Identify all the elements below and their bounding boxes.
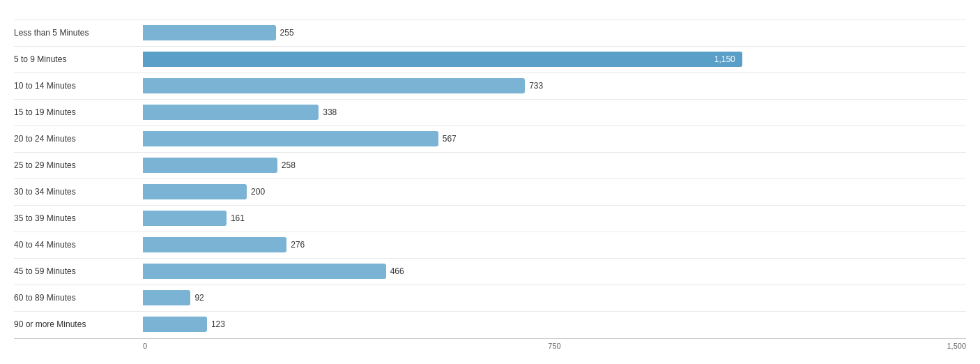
- bar-area: 123: [143, 312, 966, 337]
- bar-row: 20 to 24 Minutes567: [14, 126, 966, 151]
- bar-row: 40 to 44 Minutes276: [14, 232, 966, 257]
- bar-row: 25 to 29 Minutes258: [14, 152, 966, 178]
- bar-value: 733: [529, 81, 543, 91]
- bar-value: 255: [280, 28, 294, 38]
- bar-area: 276: [143, 232, 966, 257]
- bar-row: 30 to 34 Minutes200: [14, 179, 966, 204]
- chart-container: Less than 5 Minutes2555 to 9 Minutes1,15…: [0, 0, 980, 364]
- bar-value: 200: [251, 187, 265, 197]
- bar-fill: 1,150: [143, 52, 742, 67]
- bar-area: 161: [143, 206, 966, 231]
- bar-label: 40 to 44 Minutes: [14, 236, 143, 254]
- bar-fill: [143, 78, 525, 93]
- bar-fill: [143, 317, 207, 332]
- chart-body: Less than 5 Minutes2555 to 9 Minutes1,15…: [14, 20, 966, 337]
- bar-row: 35 to 39 Minutes161: [14, 205, 966, 231]
- bar-label: 15 to 19 Minutes: [14, 103, 143, 121]
- bar-row: 45 to 59 Minutes466: [14, 258, 966, 284]
- bar-label: 5 to 9 Minutes: [14, 50, 143, 68]
- bar-value: 123: [211, 319, 225, 329]
- bar-area: 255: [143, 20, 966, 45]
- bar-row: 10 to 14 Minutes733: [14, 73, 966, 98]
- bar-fill: [143, 290, 190, 305]
- bar-label: 10 to 14 Minutes: [14, 77, 143, 95]
- bar-row: Less than 5 Minutes255: [14, 20, 966, 45]
- bar-value: 276: [291, 240, 305, 250]
- bar-area: 733: [143, 73, 966, 98]
- bar-fill: [143, 264, 386, 279]
- bar-area: 466: [143, 259, 966, 284]
- bar-fill: [143, 184, 247, 199]
- bar-area: 258: [143, 153, 966, 178]
- axis-labels: 07501,500: [143, 342, 966, 350]
- bar-area: 338: [143, 100, 966, 125]
- bar-fill: [143, 131, 438, 146]
- bar-value: 258: [282, 160, 296, 170]
- bar-label: 20 to 24 Minutes: [14, 130, 143, 148]
- bar-label: 30 to 34 Minutes: [14, 183, 143, 201]
- bar-value: 567: [443, 134, 457, 144]
- bar-fill: [143, 25, 276, 40]
- bar-area: 567: [143, 126, 966, 151]
- axis-line: [14, 338, 966, 339]
- bar-fill: [143, 105, 319, 120]
- bar-label: 60 to 89 Minutes: [14, 289, 143, 307]
- axis-label: 1,500: [691, 342, 966, 350]
- bar-value: 338: [323, 107, 337, 117]
- axis-label: 750: [418, 342, 692, 350]
- bar-fill: [143, 211, 227, 226]
- bar-value: 1,150: [714, 54, 735, 64]
- axis-label: 0: [143, 342, 418, 350]
- bar-row: 90 or more Minutes123: [14, 311, 966, 337]
- bar-label: 90 or more Minutes: [14, 315, 143, 333]
- bar-fill: [143, 158, 277, 173]
- bar-value: 161: [231, 213, 245, 223]
- bar-label: 35 to 39 Minutes: [14, 209, 143, 227]
- bar-label: 25 to 29 Minutes: [14, 156, 143, 174]
- bar-value: 466: [390, 266, 404, 276]
- bar-fill: [143, 237, 286, 252]
- bar-area: 200: [143, 179, 966, 204]
- bar-row: 5 to 9 Minutes1,150: [14, 46, 966, 72]
- bar-row: 60 to 89 Minutes92: [14, 285, 966, 310]
- bar-label: 45 to 59 Minutes: [14, 262, 143, 280]
- bar-label: Less than 5 Minutes: [14, 24, 143, 42]
- bar-value: 92: [194, 293, 204, 303]
- bar-row: 15 to 19 Minutes338: [14, 99, 966, 125]
- bar-area: 1,150: [143, 47, 966, 72]
- bar-area: 92: [143, 285, 966, 310]
